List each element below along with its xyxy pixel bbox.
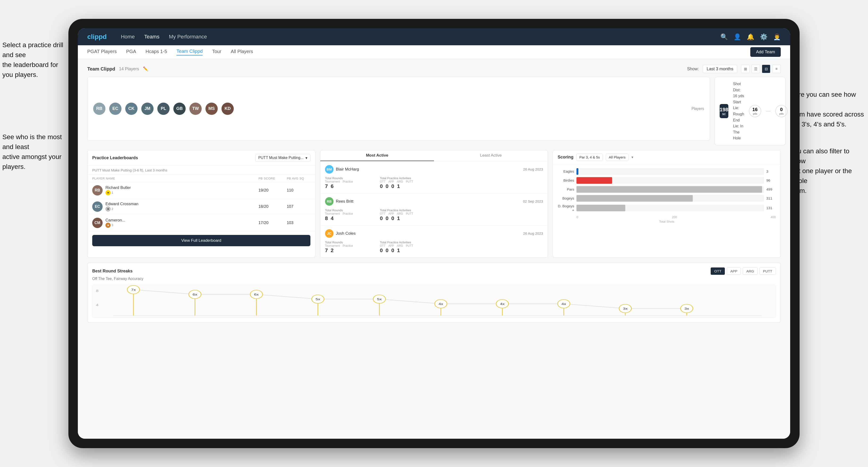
lb-avatar-3: CM <box>92 218 102 228</box>
streaks-header: Best Round Streaks OTT APP ARG PUTT <box>92 268 776 275</box>
player-avatar-3[interactable]: CK <box>125 102 137 115</box>
pa-player-2: RB Rees Britt <box>325 197 353 206</box>
bronze-medal: ★ <box>105 223 111 228</box>
shot-connector: — <box>766 108 771 114</box>
player-avatar-6[interactable]: GB <box>173 102 186 115</box>
scoring-chart: Eagles 3 Birdies 96 <box>553 164 780 227</box>
navbar: clippd Home Teams My Performance 🔍 👤 🔔 ⚙… <box>78 28 790 45</box>
subnav-hcaps[interactable]: Hcaps 1-5 <box>146 49 167 55</box>
users-icon[interactable]: 👤 <box>734 33 741 40</box>
add-team-button[interactable]: Add Team <box>750 47 781 57</box>
chart-bar-container-dbogeys <box>577 205 764 211</box>
subnav-tour[interactable]: Tour <box>212 49 221 55</box>
lb-avatar-2: EC <box>92 201 102 212</box>
streaks-app-btn[interactable]: APP <box>727 268 741 275</box>
active-players-card: Most Active Least Active BM Blair McHarg… <box>320 150 548 258</box>
subnav-pgat[interactable]: PGAT Players <box>87 49 117 55</box>
table-view-btn[interactable]: ≡ <box>772 65 781 73</box>
bell-icon[interactable]: 🔔 <box>747 33 754 40</box>
lb-badge-1: ★ 1 <box>105 190 131 195</box>
lb-row-2[interactable]: EC Edward Crossman ★ 2 18/20 107 <box>88 198 315 215</box>
axis-title: Total Shots <box>558 220 776 223</box>
lb-player-1: RB Richard Butler ★ 1 <box>92 185 258 195</box>
streaks-arg-btn[interactable]: ARG <box>743 268 757 275</box>
svg-text:4x: 4x <box>500 302 505 305</box>
chart-bar-container-birdies <box>577 177 764 184</box>
player-avatar-5[interactable]: PL <box>157 102 169 115</box>
subnav-all-players[interactable]: All Players <box>231 49 253 55</box>
svg-text:4: 4 <box>96 303 99 307</box>
navbar-icons: 🔍 👤 🔔 ⚙️ 👨‍💼 <box>720 33 781 40</box>
streaks-putt-btn[interactable]: PUTT <box>760 268 776 275</box>
nav-teams[interactable]: Teams <box>144 34 159 40</box>
svg-text:3x: 3x <box>684 307 689 310</box>
pa-avatar-3: JC <box>325 229 334 238</box>
subnav-pga[interactable]: PGA <box>126 49 136 55</box>
annotation-left-1: Select a practice drill and see the lead… <box>2 40 68 80</box>
view-icons: ⊞ ☰ ⊟ ≡ <box>741 65 781 73</box>
scoring-chevron-icon: ▾ <box>631 155 633 159</box>
scoring-filter2[interactable]: All Players <box>606 154 628 161</box>
streaks-title: Best Round Streaks <box>92 269 132 274</box>
card-view-btn[interactable]: ⊟ <box>762 65 770 73</box>
chart-row-pars: Pars 499 <box>558 186 776 193</box>
player-avatar-8[interactable]: MS <box>206 102 218 115</box>
lb-row-3[interactable]: CM Cameron... ★ 3 17/20 103 <box>88 215 315 231</box>
scoring-header: Scoring Par 3, 4 & 5s All Players ▾ <box>553 150 780 164</box>
lb-avg-1: 110 <box>287 188 310 193</box>
pa-total-rounds-label-1: Total Rounds Tournament Practice 7 6 <box>325 177 375 189</box>
edit-icon[interactable]: ✏️ <box>143 66 148 71</box>
lb-row-1[interactable]: RB Richard Butler ★ 1 19/20 110 <box>88 182 315 198</box>
lb-subtitle: PUTT Must Make Putting (3-6 ft), Last 3 … <box>88 166 315 175</box>
lb-score-1: 19/20 <box>258 188 287 193</box>
show-period-dropdown[interactable]: Last 3 months <box>703 65 737 73</box>
pa-avatar-1: BM <box>325 165 334 174</box>
lb-avatar-1: RB <box>92 185 102 195</box>
lb-player-2: EC Edward Crossman ★ 2 <box>92 201 258 212</box>
lb-dropdown[interactable]: PUTT Must Make Putting... ▾ <box>255 154 310 162</box>
player-avatar-1[interactable]: RB <box>93 102 105 115</box>
nav-home[interactable]: Home <box>121 34 135 40</box>
pa-avatar-2: RB <box>325 197 334 206</box>
player-avatar-4[interactable]: JM <box>141 102 154 115</box>
player-avatar-2[interactable]: EC <box>109 102 121 115</box>
lb-title: Practice Leaderboards <box>92 155 138 160</box>
svg-text:5x: 5x <box>316 298 320 301</box>
settings-icon[interactable]: ⚙️ <box>760 33 768 40</box>
player-avatar-7[interactable]: TW <box>189 102 202 115</box>
lb-avg-2: 107 <box>287 204 310 209</box>
svg-text:5x: 5x <box>377 298 382 301</box>
view-full-leaderboard-btn[interactable]: View Full Leaderboard <box>92 235 310 246</box>
scoring-filter1[interactable]: Par 3, 4 & 5s <box>576 154 603 161</box>
shot-circle-2: 0 yds <box>775 105 787 117</box>
most-active-tab[interactable]: Most Active <box>320 150 434 161</box>
list-view-btn[interactable]: ☰ <box>751 65 760 73</box>
subnav-team-clippd[interactable]: Team Clippd <box>177 49 203 55</box>
activity-row-2: RB Rees Britt 02 Sep 2023 Total Rounds T… <box>320 193 548 225</box>
pa-stats-3: Total Rounds Tournament Practice 7 2 <box>325 241 543 253</box>
streaks-ott-btn[interactable]: OTT <box>711 268 725 275</box>
lb-score-2: 18/20 <box>258 204 287 209</box>
annotation-right-2: You can also filter to show just one pla… <box>790 146 866 196</box>
least-active-tab[interactable]: Least Active <box>434 150 548 161</box>
svg-text:4x: 4x <box>438 302 443 305</box>
tablet-screen: clippd Home Teams My Performance 🔍 👤 🔔 ⚙… <box>78 28 790 439</box>
player-avatar-9[interactable]: KD <box>221 102 234 115</box>
grid-view-btn[interactable]: ⊞ <box>741 65 750 73</box>
gold-medal: ★ <box>105 190 111 195</box>
svg-text:7x: 7x <box>131 288 136 291</box>
lb-badge-2: ★ 2 <box>105 206 138 212</box>
search-icon[interactable]: 🔍 <box>720 33 728 40</box>
show-controls: Show: Last 3 months ⊞ ☰ ⊟ ≡ <box>687 65 781 73</box>
svg-text:8: 8 <box>96 289 98 293</box>
pa-practice-activities-3: Total Practice Activities OTT APP ARG PU… <box>380 241 435 253</box>
nav-my-performance[interactable]: My Performance <box>169 34 207 40</box>
avatar-icon[interactable]: 👨‍💼 <box>773 33 781 40</box>
pa-practice-activities-1: Total Practice Activities OTT APP ARG PU… <box>380 177 435 189</box>
lb-badge-3: ★ 3 <box>105 223 125 228</box>
chart-bar-birdies <box>577 177 612 184</box>
pa-header-2: RB Rees Britt 02 Sep 2023 <box>325 197 543 206</box>
navbar-links: Home Teams My Performance <box>121 34 720 40</box>
streaks-chart: 8 4 7x 6x 6x <box>92 285 776 318</box>
pa-total-rounds-label-3: Total Rounds Tournament Practice 7 2 <box>325 241 375 253</box>
